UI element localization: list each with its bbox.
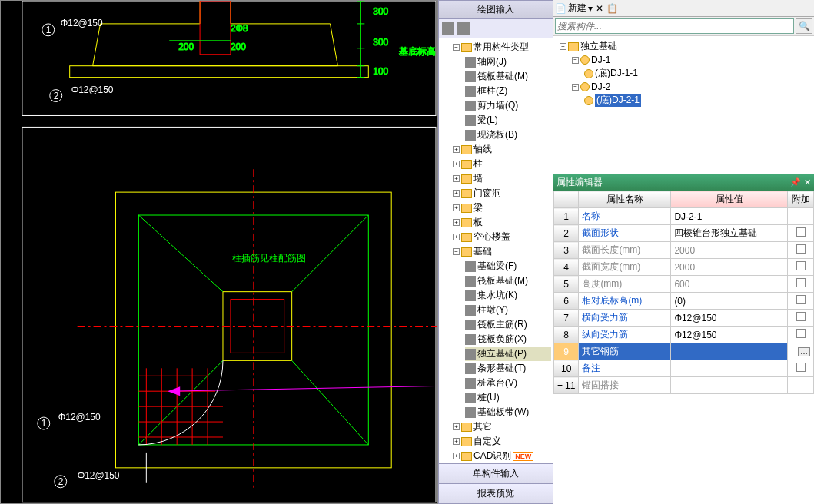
tree-label[interactable]: 筏板基础(M)	[477, 70, 528, 83]
tree-label[interactable]: (底)DJ-1-1	[595, 67, 638, 80]
property-row[interactable]: 6相对底标高(m)(0)	[554, 293, 814, 310]
tree-label[interactable]: 门窗洞	[473, 187, 501, 200]
tree-label[interactable]: 自定义	[473, 435, 501, 448]
tree-label[interactable]: DJ-1	[591, 55, 610, 65]
checkbox[interactable]	[796, 227, 806, 237]
tree-label[interactable]: 筏板主筋(R)	[477, 318, 527, 331]
tree-label[interactable]: DJ-2	[591, 81, 610, 92]
prop-attach[interactable]	[788, 360, 814, 377]
expand-icon[interactable]: +	[453, 438, 460, 445]
tree-label[interactable]: 空心楼盖	[473, 230, 510, 244]
expand-icon[interactable]: +	[453, 161, 460, 167]
prop-value[interactable]	[671, 343, 788, 360]
property-row[interactable]: 4截面宽度(mm)2000	[554, 259, 814, 276]
tree-label[interactable]: 基础板带(W)	[477, 406, 529, 419]
prop-value[interactable]	[671, 377, 788, 394]
property-row[interactable]: 5高度(mm)600	[554, 276, 814, 293]
prop-value[interactable]: Φ12@150	[671, 327, 788, 343]
expand-icon[interactable]: −	[453, 44, 460, 51]
tree-label[interactable]: 柱	[473, 158, 483, 171]
prop-value[interactable]: 2000	[671, 242, 788, 259]
property-row[interactable]: 7横向受力筋Φ12@150	[554, 310, 814, 327]
tree-label[interactable]: 独立基础	[580, 40, 617, 53]
footer-report-preview[interactable]: 报表预览	[439, 483, 553, 503]
expand-icon[interactable]: +	[453, 219, 460, 226]
tree-label-selected[interactable]: (底)DJ-2-1	[595, 94, 641, 107]
prop-value[interactable]	[671, 360, 788, 377]
tree-label[interactable]: 板	[473, 216, 483, 229]
prop-attach[interactable]: …	[788, 343, 814, 360]
expand-icon[interactable]: −	[572, 84, 579, 91]
property-table[interactable]: 属性名称 属性值 附加 1名称DJ-2-12截面形状四棱锥台形独立基础3截面长度…	[553, 191, 814, 504]
prop-value[interactable]: 四棱锥台形独立基础	[671, 225, 788, 242]
toolbar-icon[interactable]: ✕	[596, 3, 603, 14]
tree-label[interactable]: 基础	[473, 245, 492, 258]
tree-label[interactable]: 桩(U)	[477, 391, 500, 404]
prop-value[interactable]: 600	[671, 276, 788, 293]
prop-attach[interactable]	[788, 327, 814, 343]
expand-icon[interactable]: +	[453, 175, 460, 182]
expand-icon[interactable]: +	[453, 204, 460, 211]
toolbar-icon[interactable]	[457, 22, 470, 35]
expand-icon[interactable]: +	[453, 453, 460, 459]
prop-value[interactable]: DJ-2-1	[671, 208, 788, 225]
tree-label[interactable]: 梁(L)	[477, 114, 498, 127]
property-row[interactable]: 2截面形状四棱锥台形独立基础	[554, 225, 814, 242]
checkbox[interactable]	[796, 312, 806, 321]
property-row[interactable]: 9其它钢筋…	[554, 343, 814, 360]
prop-attach[interactable]	[788, 208, 814, 225]
tree-label[interactable]: 框柱(Z)	[477, 85, 507, 98]
ellipsis-button[interactable]: …	[798, 347, 810, 356]
tree-label[interactable]: 常用构件类型	[473, 41, 529, 54]
checkbox[interactable]	[796, 244, 806, 254]
property-row[interactable]: 10备注	[554, 360, 814, 377]
checkbox[interactable]	[796, 278, 806, 287]
property-row[interactable]: +11锚固搭接	[554, 377, 814, 394]
checkbox[interactable]	[796, 295, 806, 304]
prop-attach[interactable]	[788, 225, 814, 242]
prop-attach[interactable]	[788, 377, 814, 394]
tree-label[interactable]: 剪力墙(Q)	[477, 99, 518, 112]
tree-label[interactable]: 墙	[473, 172, 483, 185]
cad-viewport[interactable]: 300 300 100 基底标高 200 200 2Φ8 Φ12@150 1 Φ…	[0, 0, 438, 504]
tree-label[interactable]: 其它	[473, 420, 492, 433]
property-row[interactable]: 1名称DJ-2-1	[554, 208, 814, 225]
component-instance-tree[interactable]: −独立基础 −DJ-1 (底)DJ-1-1 −DJ-2 (底)DJ-2-1	[553, 36, 814, 174]
tree-label[interactable]: 条形基础(T)	[477, 362, 526, 375]
tree-label[interactable]: 柱墩(Y)	[477, 303, 508, 317]
tree-label[interactable]: 桩承台(V)	[477, 376, 517, 390]
prop-attach[interactable]	[788, 242, 814, 259]
expand-icon[interactable]: +	[557, 380, 563, 391]
expand-icon[interactable]: −	[453, 248, 460, 255]
toolbar-icon[interactable]: 📋	[606, 3, 618, 14]
expand-icon[interactable]: +	[453, 234, 460, 240]
tree-label[interactable]: 集水坑(K)	[477, 289, 517, 302]
expand-icon[interactable]: +	[453, 146, 460, 153]
prop-value[interactable]: (0)	[671, 293, 788, 310]
prop-attach[interactable]	[788, 276, 814, 293]
toolbar-icon[interactable]	[442, 22, 454, 35]
prop-attach[interactable]	[788, 293, 814, 310]
prop-attach[interactable]	[788, 259, 814, 276]
prop-value[interactable]: Φ12@150	[671, 310, 788, 327]
expand-icon[interactable]: −	[572, 57, 579, 64]
expand-icon[interactable]: +	[453, 190, 460, 197]
checkbox[interactable]	[796, 363, 806, 372]
search-button[interactable]: 🔍	[796, 18, 812, 34]
tree-label[interactable]: 现浇板(B)	[477, 128, 517, 141]
tree-label[interactable]: 独立基础(P)	[477, 347, 527, 360]
tree-label[interactable]: 轴线	[473, 143, 492, 156]
new-button[interactable]: 📄 新建 ▾	[555, 2, 593, 15]
expand-icon[interactable]: +	[453, 423, 460, 430]
pin-icon[interactable]: 📌	[790, 177, 801, 187]
tree-label[interactable]: CAD识别	[473, 449, 511, 463]
tree-label[interactable]: 轴网(J)	[477, 55, 507, 68]
footer-single-component[interactable]: 单构件输入	[439, 463, 553, 483]
checkbox[interactable]	[796, 261, 806, 270]
tree-label[interactable]: 筏板基础(M)	[477, 274, 528, 287]
prop-value[interactable]: 2000	[671, 259, 788, 276]
property-row[interactable]: 3截面长度(mm)2000	[554, 242, 814, 259]
checkbox[interactable]	[796, 329, 806, 338]
prop-attach[interactable]	[788, 310, 814, 327]
component-tree[interactable]: −常用构件类型 轴网(J) 筏板基础(M) 框柱(Z) 剪力墙(Q) 梁(L) …	[439, 38, 553, 463]
